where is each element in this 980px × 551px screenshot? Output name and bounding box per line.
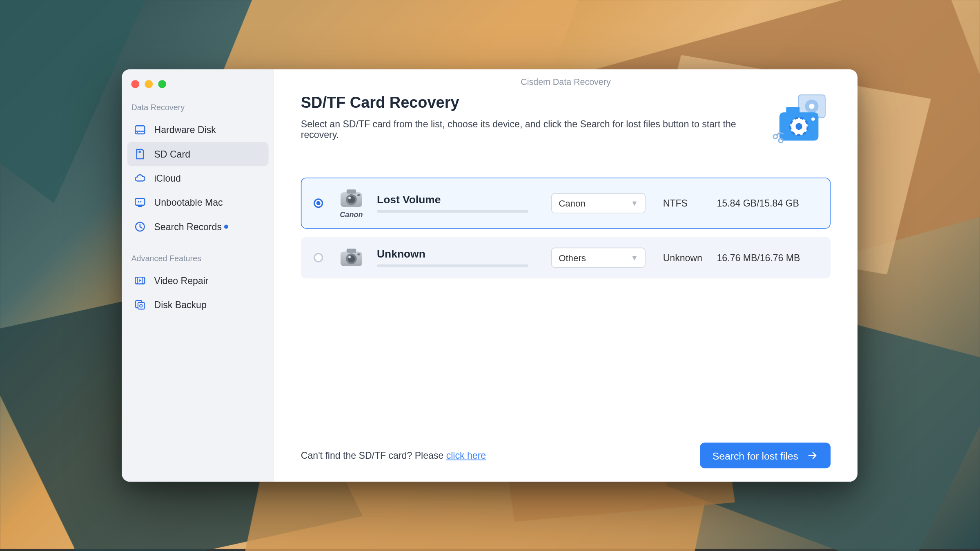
- help-prefix: Can't find the SD/TF card? Please: [301, 450, 446, 461]
- sidebar-item-unbootable-mac[interactable]: Unbootable Mac: [127, 190, 269, 214]
- chevron-down-icon: ▼: [631, 199, 638, 207]
- sidebar-item-label: Disk Backup: [154, 300, 206, 310]
- arrow-right-icon: [806, 449, 819, 462]
- app-window: Data RecoveryHardware DiskSD CardiCloudU…: [122, 69, 858, 482]
- camera-icon: Canon: [338, 188, 365, 219]
- minimize-icon[interactable]: [145, 80, 153, 88]
- svg-rect-35: [357, 194, 360, 196]
- svg-point-26: [779, 139, 783, 143]
- sidebar-item-label: Unbootable Mac: [154, 197, 223, 208]
- volume-filesystem: NTFS: [663, 198, 717, 209]
- volume-row[interactable]: UnknownOthers▼Unknown16.76 MB/16.76 MB: [301, 237, 831, 278]
- clock-icon: [134, 221, 146, 233]
- svg-rect-38: [347, 249, 356, 253]
- recovery-hero-icon: [771, 93, 831, 144]
- page-title: SD/TF Card Recovery: [301, 93, 758, 112]
- video-icon: [134, 275, 146, 287]
- svg-point-23: [795, 123, 802, 130]
- sidebar-item-icloud[interactable]: iCloud: [127, 166, 269, 190]
- search-button[interactable]: Search for lost files: [700, 443, 831, 469]
- volume-list: CanonLost VolumeCanon▼NTFS15.84 GB/15.84…: [301, 178, 831, 278]
- volume-name: Unknown: [377, 248, 528, 260]
- volume-radio[interactable]: [314, 198, 323, 208]
- device-select-value: Canon: [559, 198, 586, 208]
- device-select[interactable]: Canon▼: [551, 193, 646, 213]
- sidebar-item-label: SD Card: [154, 149, 190, 159]
- sdcard-icon: [134, 148, 146, 160]
- svg-rect-14: [138, 302, 145, 309]
- device-select[interactable]: Others▼: [551, 248, 646, 268]
- sidebar-item-label: iCloud: [154, 173, 180, 184]
- sidebar-item-video-repair[interactable]: Video Repair: [127, 269, 269, 293]
- window-title: Cisdem Data Recovery: [274, 69, 858, 93]
- search-button-label: Search for lost files: [713, 450, 798, 461]
- volume-size: 15.84 GB/15.84 GB: [717, 198, 817, 209]
- sidebar-section-label: Data Recovery: [122, 99, 274, 118]
- close-icon[interactable]: [131, 80, 139, 88]
- volume-icon-caption: Canon: [340, 211, 363, 219]
- maximize-icon[interactable]: [158, 80, 166, 88]
- svg-point-34: [348, 197, 351, 199]
- svg-point-7: [138, 201, 139, 202]
- sidebar-item-label: Hardware Disk: [154, 124, 216, 135]
- volume-name: Lost Volume: [377, 194, 528, 206]
- svg-point-2: [137, 132, 138, 133]
- page-subtitle: Select an SD/TF card from the list, choo…: [301, 118, 758, 140]
- sidebar-section-label: Advanced Features: [122, 250, 274, 269]
- volume-size: 16.76 MB/16.76 MB: [717, 252, 817, 263]
- svg-rect-20: [786, 107, 800, 113]
- svg-line-27: [777, 133, 780, 136]
- svg-rect-42: [357, 253, 360, 255]
- svg-point-41: [348, 256, 351, 258]
- device-select-value: Others: [559, 253, 586, 263]
- svg-point-18: [809, 104, 814, 109]
- main-panel: Cisdem Data Recovery SD/TF Card Recovery…: [274, 69, 858, 482]
- sidebar-item-hardware-disk[interactable]: Hardware Disk: [127, 118, 269, 142]
- sidebar-item-label: Video Repair: [154, 275, 208, 286]
- sidebar-item-label: Search Records: [154, 221, 221, 232]
- cloud-icon: [134, 172, 146, 184]
- notification-dot-icon: [225, 225, 229, 229]
- camera-icon: [338, 247, 365, 269]
- sidebar-item-sd-card[interactable]: SD Card: [127, 142, 269, 166]
- volume-usage-bar: [377, 264, 528, 267]
- sidebar: Data RecoveryHardware DiskSD CardiCloudU…: [122, 69, 274, 482]
- volume-filesystem: Unknown: [663, 252, 717, 263]
- svg-point-24: [811, 118, 815, 121]
- help-link[interactable]: click here: [446, 450, 486, 461]
- disk-icon: [134, 124, 146, 136]
- volume-row[interactable]: CanonLost VolumeCanon▼NTFS15.84 GB/15.84…: [301, 178, 831, 229]
- window-controls: [122, 78, 274, 99]
- help-text: Can't find the SD/TF card? Please click …: [301, 450, 486, 461]
- sidebar-item-search-records[interactable]: Search Records: [127, 215, 269, 239]
- backup-icon: [134, 299, 146, 311]
- svg-rect-0: [135, 126, 145, 134]
- svg-rect-31: [347, 189, 356, 193]
- chevron-down-icon: ▼: [631, 253, 638, 262]
- sidebar-item-disk-backup[interactable]: Disk Backup: [127, 293, 269, 317]
- volume-radio[interactable]: [314, 253, 323, 262]
- volume-usage-bar: [377, 210, 528, 213]
- monitor-icon: [134, 196, 146, 209]
